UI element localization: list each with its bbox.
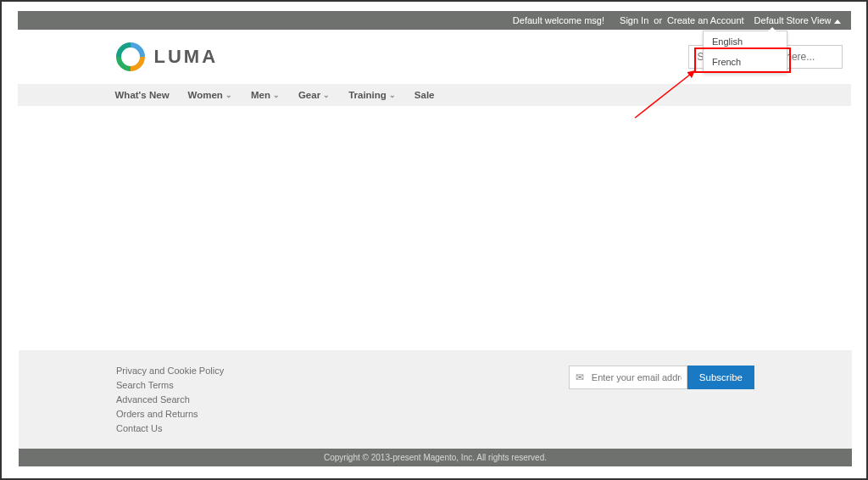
top-bar: Default welcome msg! Sign In or Create a… (18, 11, 851, 30)
sign-in-link[interactable]: Sign In (620, 15, 648, 25)
nav-men[interactable]: Men⌄ (251, 90, 280, 100)
nav-women[interactable]: Women⌄ (188, 90, 232, 100)
footer-link-contact[interactable]: Contact Us (116, 423, 224, 433)
main-nav: What's New Women⌄ Men⌄ Gear⌄ Training⌄ S… (18, 84, 851, 106)
newsletter-input[interactable] (569, 366, 687, 389)
store-view-label: Default Store View (754, 15, 832, 25)
logo-mark-icon (115, 42, 146, 72)
chevron-up-icon (834, 15, 841, 25)
footer-link-search-terms[interactable]: Search Terms (116, 380, 224, 390)
logo[interactable]: LUMA (115, 42, 219, 72)
or-text: or (654, 15, 662, 25)
copyright: Copyright © 2013-present Magento, Inc. A… (19, 449, 852, 466)
chevron-down-icon: ⌄ (273, 91, 280, 99)
footer-link-orders[interactable]: Orders and Returns (116, 409, 224, 419)
nav-training[interactable]: Training⌄ (348, 90, 396, 100)
envelope-icon: ✉ (576, 371, 584, 383)
subscribe-button[interactable]: Subscribe (687, 366, 754, 389)
nav-gear[interactable]: Gear⌄ (298, 90, 330, 100)
store-view-dropdown: English French (703, 31, 787, 73)
logo-text: LUMA (154, 46, 219, 68)
nav-whats-new[interactable]: What's New (115, 90, 170, 100)
footer-links: Privacy and Cookie Policy Search Terms A… (116, 366, 224, 433)
chevron-down-icon: ⌄ (389, 91, 396, 99)
footer: Privacy and Cookie Policy Search Terms A… (19, 350, 852, 466)
chevron-down-icon: ⌄ (225, 91, 232, 99)
chevron-down-icon: ⌄ (323, 91, 330, 99)
create-account-link[interactable]: Create an Account (667, 15, 744, 25)
dropdown-item-french[interactable]: French (704, 52, 787, 72)
footer-link-advanced[interactable]: Advanced Search (116, 394, 224, 405)
nav-sale[interactable]: Sale (415, 90, 435, 100)
newsletter: ✉ Subscribe (569, 366, 754, 389)
welcome-msg: Default welcome msg! (513, 15, 604, 25)
footer-link-privacy[interactable]: Privacy and Cookie Policy (116, 366, 224, 376)
footer-main: Privacy and Cookie Policy Search Terms A… (19, 350, 852, 449)
store-view-switcher[interactable]: Default Store View (754, 15, 841, 25)
dropdown-item-english[interactable]: English (704, 31, 787, 52)
